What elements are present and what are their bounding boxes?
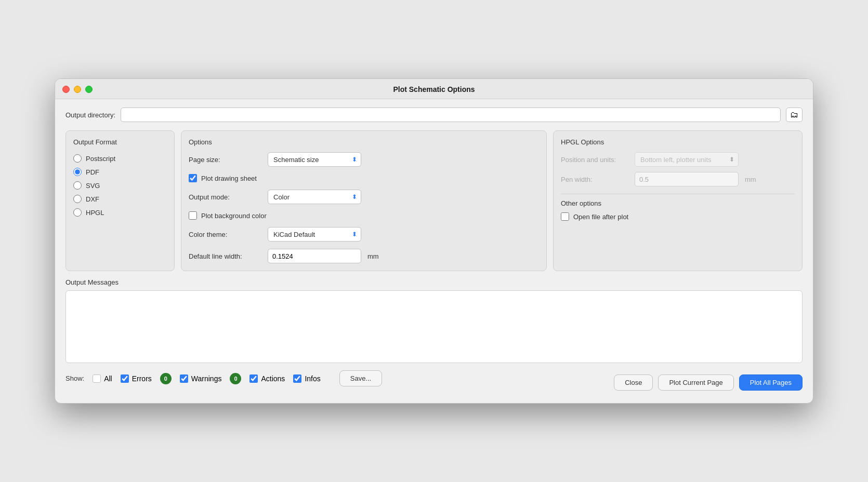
plot-drawing-sheet-checkbox-label[interactable]: Plot drawing sheet: [189, 174, 257, 182]
plot-drawing-sheet-label: Plot drawing sheet: [201, 175, 257, 182]
color-theme-select[interactable]: KiCad Default User: [268, 227, 361, 242]
show-errors-filter[interactable]: Errors: [121, 374, 152, 383]
pen-width-input: [635, 172, 739, 186]
open-file-after-plot-text: Open file after plot: [573, 213, 628, 221]
action-buttons: Close Plot Current Page Plot All Pages: [614, 374, 803, 391]
hpgl-options-panel: HPGL Options Position and units: Bottom …: [553, 130, 803, 271]
show-warnings-filter[interactable]: Warnings: [180, 374, 222, 383]
show-filters-row: Show: All Errors 0 Warnings 0: [65, 370, 382, 386]
radio-pdf[interactable]: PDF: [73, 168, 167, 176]
radio-hpgl-input[interactable]: [73, 208, 82, 217]
main-content: Output directory: 🗂 Output Format Postsc…: [55, 99, 813, 403]
titlebar: Plot Schematic Options: [55, 79, 813, 99]
window-title: Plot Schematic Options: [393, 85, 475, 93]
bottom-row: Show: All Errors 0 Warnings 0: [65, 370, 803, 395]
position-units-select-wrapper: Bottom left, plotter units ⬍: [635, 152, 739, 167]
radio-dxf[interactable]: DXF: [73, 195, 167, 203]
radio-postscript[interactable]: Postscript: [73, 154, 167, 163]
output-mode-label: Output mode:: [189, 193, 261, 201]
output-directory-row: Output directory: 🗂: [65, 108, 803, 122]
show-infos-checkbox[interactable]: [293, 374, 301, 383]
traffic-lights: [62, 86, 93, 93]
color-theme-label: Color theme:: [189, 231, 261, 238]
minimize-window-button[interactable]: [74, 86, 81, 93]
show-actions-label: Actions: [261, 374, 285, 383]
show-infos-label: Infos: [305, 374, 320, 383]
pen-width-unit: mm: [745, 176, 756, 183]
plot-drawing-sheet-checkbox[interactable]: [189, 174, 197, 182]
position-units-label: Position and units:: [561, 156, 628, 164]
folder-icon: 🗂: [790, 110, 798, 119]
show-warnings-label: Warnings: [191, 374, 222, 383]
plot-current-page-button[interactable]: Plot Current Page: [658, 374, 733, 391]
output-mode-select-wrapper: Color Black and White ⬍: [268, 190, 361, 204]
hpgl-sub-section: Position and units: Bottom left, plotter…: [561, 152, 795, 186]
color-theme-row: Color theme: KiCad Default User ⬍: [189, 227, 539, 242]
hpgl-options-label: HPGL Options: [561, 138, 795, 146]
show-label: Show:: [65, 374, 84, 382]
maximize-window-button[interactable]: [85, 86, 93, 93]
pen-width-label: Pen width:: [561, 176, 628, 183]
plot-background-color-row: Plot background color: [189, 211, 539, 220]
errors-count-badge: 0: [160, 373, 172, 384]
default-line-width-row: Default line width: mm: [189, 249, 539, 263]
plot-background-color-checkbox-label[interactable]: Plot background color: [189, 211, 267, 220]
show-errors-label: Errors: [132, 374, 152, 383]
options-panel: Options Page size: Schematic size A4 A3 …: [181, 130, 547, 271]
close-window-button[interactable]: [62, 86, 70, 93]
output-directory-input[interactable]: [121, 108, 781, 122]
default-line-width-unit: mm: [367, 252, 379, 260]
position-units-select: Bottom left, plotter units: [635, 152, 739, 167]
plot-all-pages-button[interactable]: Plot All Pages: [739, 374, 803, 391]
color-theme-select-wrapper: KiCad Default User ⬍: [268, 227, 361, 242]
plot-background-color-label: Plot background color: [201, 212, 267, 220]
other-options-label: Other options: [561, 199, 795, 207]
position-units-row: Position and units: Bottom left, plotter…: [561, 152, 795, 167]
warnings-count-badge: 0: [230, 373, 241, 384]
show-warnings-checkbox[interactable]: [180, 374, 188, 383]
radio-svg[interactable]: SVG: [73, 181, 167, 190]
radio-svg-label: SVG: [86, 182, 100, 190]
default-line-width-label: Default line width:: [189, 252, 261, 260]
output-mode-row: Output mode: Color Black and White ⬍: [189, 190, 539, 204]
browse-folder-button[interactable]: 🗂: [786, 108, 803, 122]
radio-postscript-label: Postscript: [86, 155, 115, 163]
show-errors-checkbox[interactable]: [121, 374, 129, 383]
open-file-after-plot-label[interactable]: Open file after plot: [561, 212, 795, 221]
page-size-select-wrapper: Schematic size A4 A3 Letter ⬍: [268, 152, 361, 167]
output-mode-select[interactable]: Color Black and White: [268, 190, 361, 204]
page-size-row: Page size: Schematic size A4 A3 Letter ⬍: [189, 152, 539, 167]
pen-width-row: Pen width: mm: [561, 172, 795, 186]
show-actions-filter[interactable]: Actions: [249, 374, 285, 383]
output-messages-box: [65, 290, 803, 363]
output-messages-section: Output Messages: [65, 278, 803, 363]
open-file-after-plot-checkbox[interactable]: [561, 212, 569, 221]
radio-postscript-input[interactable]: [73, 154, 82, 163]
show-actions-checkbox[interactable]: [249, 374, 258, 383]
output-format-panel: Output Format Postscript PDF SVG: [65, 130, 175, 271]
default-line-width-input[interactable]: [268, 249, 361, 263]
plot-background-color-checkbox[interactable]: [189, 211, 197, 220]
radio-svg-input[interactable]: [73, 181, 82, 190]
output-format-radio-group: Postscript PDF SVG DXF: [73, 154, 167, 217]
page-size-label: Page size:: [189, 156, 261, 164]
show-infos-filter[interactable]: Infos: [293, 374, 320, 383]
output-format-label: Output Format: [73, 138, 167, 146]
radio-dxf-input[interactable]: [73, 195, 82, 203]
plot-schematic-options-window: Plot Schematic Options Output directory:…: [55, 78, 813, 404]
radio-dxf-label: DXF: [86, 195, 99, 203]
output-directory-label: Output directory:: [65, 111, 115, 119]
radio-pdf-label: PDF: [86, 168, 99, 176]
radio-hpgl[interactable]: HPGL: [73, 208, 167, 217]
close-button[interactable]: Close: [614, 374, 653, 391]
page-size-select[interactable]: Schematic size A4 A3 Letter: [268, 152, 361, 167]
show-all-filter[interactable]: All: [93, 374, 112, 383]
main-panels: Output Format Postscript PDF SVG: [65, 130, 803, 271]
options-grid: Page size: Schematic size A4 A3 Letter ⬍: [189, 152, 539, 263]
output-messages-label: Output Messages: [65, 278, 803, 286]
plot-drawing-sheet-row: Plot drawing sheet: [189, 174, 539, 182]
radio-hpgl-label: HPGL: [86, 209, 104, 217]
save-button[interactable]: Save...: [339, 370, 382, 386]
radio-pdf-input[interactable]: [73, 168, 82, 176]
show-all-checkbox[interactable]: [93, 374, 101, 383]
